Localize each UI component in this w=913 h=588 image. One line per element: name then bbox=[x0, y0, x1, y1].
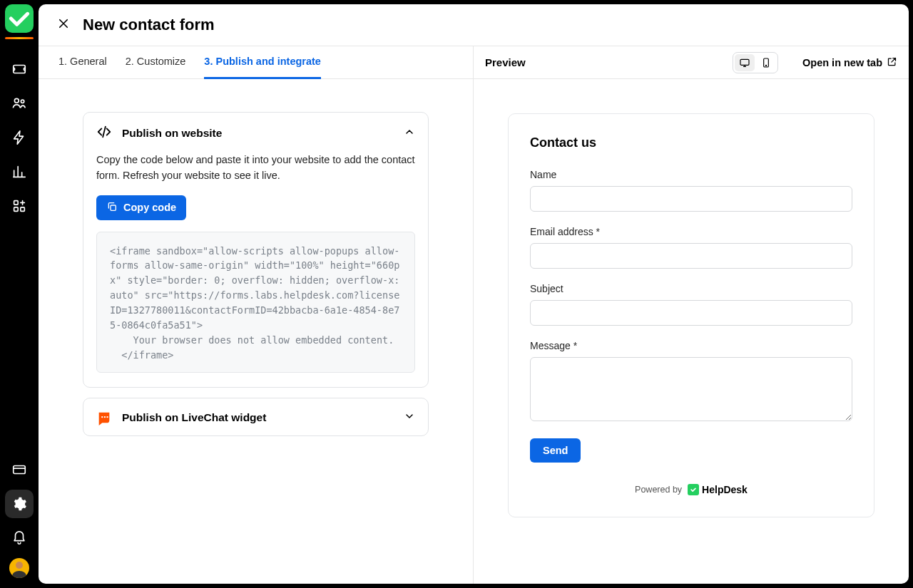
open-in-new-tab-label: Open in new tab bbox=[802, 57, 882, 68]
open-in-new-tab-link[interactable]: Open in new tab bbox=[802, 56, 897, 69]
external-link-icon bbox=[887, 56, 897, 69]
page-header: New contact form bbox=[39, 4, 909, 46]
main-panel: New contact form 1. General 2. Customize… bbox=[39, 4, 909, 584]
livechat-icon bbox=[96, 410, 112, 425]
powered-by-text: Powered by bbox=[635, 485, 682, 495]
contact-form-heading: Contact us bbox=[530, 135, 852, 150]
send-button[interactable]: Send bbox=[530, 438, 581, 463]
copy-icon bbox=[106, 201, 118, 215]
people-icon[interactable] bbox=[5, 89, 34, 118]
device-switcher bbox=[733, 52, 778, 73]
publish-livechat-title: Publish on LiveChat widget bbox=[122, 411, 394, 424]
svg-point-9 bbox=[104, 416, 106, 417]
name-field-label: Name bbox=[530, 169, 852, 180]
svg-rect-11 bbox=[740, 59, 749, 65]
message-field-label: Message * bbox=[530, 340, 852, 351]
email-field[interactable] bbox=[530, 243, 852, 269]
app-sidebar bbox=[0, 0, 39, 588]
publish-livechat-header[interactable]: Publish on LiveChat widget bbox=[83, 398, 428, 435]
apps-icon[interactable] bbox=[5, 192, 34, 220]
tickets-icon[interactable] bbox=[5, 55, 34, 83]
powered-by: Powered by HelpDesk bbox=[530, 484, 852, 495]
publish-website-body: Copy the code below and paste it into yo… bbox=[83, 153, 428, 387]
message-field[interactable] bbox=[530, 357, 852, 421]
svg-point-8 bbox=[101, 416, 103, 417]
email-field-label: Email address * bbox=[530, 226, 852, 237]
tab-publish[interactable]: 3. Publish and integrate bbox=[204, 46, 321, 79]
svg-point-13 bbox=[765, 65, 766, 66]
tab-general[interactable]: 1. General bbox=[58, 46, 107, 79]
preview-panel: Preview Open in new tab bbox=[473, 46, 909, 584]
svg-rect-4 bbox=[14, 207, 19, 212]
svg-rect-7 bbox=[111, 205, 116, 210]
automation-icon[interactable] bbox=[5, 123, 34, 152]
copy-code-label: Copy code bbox=[123, 202, 176, 213]
publish-livechat-card: Publish on LiveChat widget bbox=[83, 398, 429, 436]
reports-icon[interactable] bbox=[5, 158, 34, 186]
subject-field[interactable] bbox=[530, 300, 852, 326]
embed-code-box[interactable]: <iframe sandbox="allow-scripts allow-pop… bbox=[96, 232, 415, 373]
preview-header: Preview Open in new tab bbox=[474, 46, 909, 79]
billing-icon[interactable] bbox=[5, 455, 34, 484]
tab-customize[interactable]: 2. Customize bbox=[126, 46, 186, 79]
svg-rect-3 bbox=[14, 201, 19, 205]
preview-body: Contact us Name Email address * Subject … bbox=[474, 79, 909, 584]
content-split: 1. General 2. Customize 3. Publish and i… bbox=[39, 46, 909, 584]
desktop-view-button[interactable] bbox=[735, 54, 755, 71]
name-field[interactable] bbox=[530, 186, 852, 212]
notifications-icon[interactable] bbox=[5, 524, 34, 552]
code-icon bbox=[96, 124, 112, 143]
publish-website-description: Copy the code below and paste it into yo… bbox=[96, 153, 415, 184]
chevron-down-icon bbox=[404, 411, 415, 425]
chevron-up-icon bbox=[404, 126, 415, 140]
helpdesk-logo-icon[interactable] bbox=[5, 4, 34, 33]
svg-rect-5 bbox=[21, 207, 25, 212]
publish-website-header[interactable]: Publish on website bbox=[83, 113, 428, 153]
mobile-view-button[interactable] bbox=[756, 54, 776, 71]
subject-field-label: Subject bbox=[530, 283, 852, 294]
page-title: New contact form bbox=[83, 16, 215, 34]
close-icon[interactable] bbox=[57, 17, 70, 33]
publish-website-card: Publish on website Copy the code below a… bbox=[83, 112, 429, 388]
svg-point-2 bbox=[21, 100, 24, 103]
preview-label: Preview bbox=[485, 56, 526, 68]
user-avatar[interactable] bbox=[9, 558, 29, 578]
svg-point-1 bbox=[14, 98, 19, 103]
publish-website-title: Publish on website bbox=[122, 127, 394, 140]
settings-icon[interactable] bbox=[5, 490, 34, 518]
publish-content: Publish on website Copy the code below a… bbox=[39, 79, 473, 584]
svg-rect-6 bbox=[14, 466, 26, 474]
helpdesk-mark-icon bbox=[688, 484, 699, 495]
logo-accent bbox=[5, 37, 34, 39]
helpdesk-brand[interactable]: HelpDesk bbox=[688, 484, 748, 495]
svg-point-10 bbox=[106, 416, 108, 417]
helpdesk-brand-name: HelpDesk bbox=[702, 484, 748, 495]
step-tabs: 1. General 2. Customize 3. Publish and i… bbox=[39, 46, 473, 79]
copy-code-button[interactable]: Copy code bbox=[96, 195, 186, 220]
steps-panel: 1. General 2. Customize 3. Publish and i… bbox=[39, 46, 473, 584]
contact-form-preview: Contact us Name Email address * Subject … bbox=[508, 113, 874, 517]
